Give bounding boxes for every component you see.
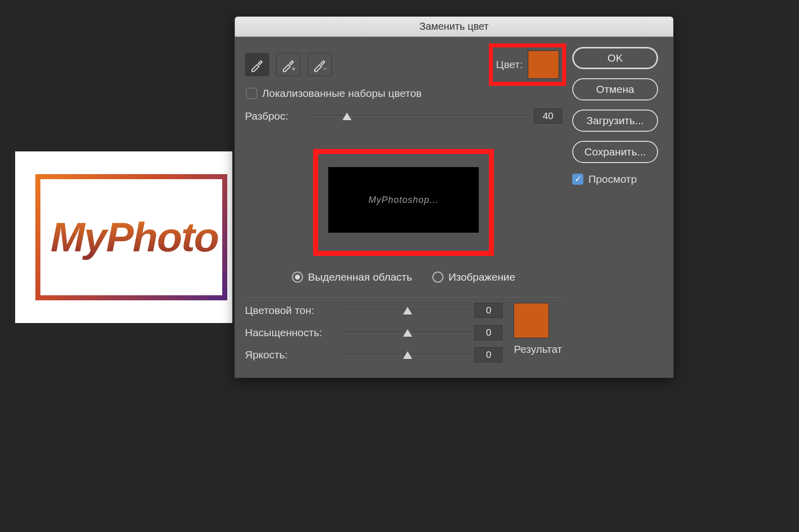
svg-text:−: − — [323, 65, 327, 73]
localized-clusters-checkbox[interactable] — [246, 88, 257, 99]
selection-preview-highlight: MyPhotoshop... — [318, 154, 489, 251]
source-color-swatch[interactable] — [528, 50, 559, 79]
lightness-value[interactable]: 0 — [474, 347, 503, 362]
saturation-label: Насыщенность: — [245, 327, 341, 339]
replace-color-dialog: Заменить цвет + — [234, 16, 674, 378]
saturation-value[interactable]: 0 — [474, 325, 503, 340]
eyedropper-add-icon: + — [281, 57, 296, 72]
fuzziness-value[interactable]: 40 — [534, 109, 562, 124]
logo-text: MyPhoto — [51, 214, 218, 261]
selection-preview[interactable]: MyPhotoshop... — [328, 167, 479, 233]
svg-text:+: + — [291, 65, 295, 73]
radio-icon — [432, 272, 443, 283]
preview-mask-text: MyPhotoshop... — [368, 195, 438, 205]
eyedropper-icon — [249, 57, 265, 72]
view-mode-selection[interactable]: Выделенная область — [292, 271, 412, 283]
view-mode-selection-label: Выделенная область — [308, 271, 412, 283]
lightness-label: Яркость: — [245, 349, 341, 361]
load-button[interactable]: Загрузить... — [572, 110, 658, 132]
cancel-button[interactable]: Отмена — [572, 78, 658, 100]
result-label: Результат — [514, 343, 562, 355]
fuzziness-slider[interactable] — [308, 111, 527, 121]
eyedropper-tool[interactable] — [245, 53, 269, 76]
canvas-document: MyPhoto — [15, 151, 232, 323]
ok-button[interactable]: OK — [572, 47, 658, 69]
hue-slider[interactable] — [341, 305, 474, 315]
save-button[interactable]: Сохранить... — [572, 141, 658, 163]
source-color-label: Цвет: — [496, 59, 523, 71]
preview-checkbox-label: Просмотр — [588, 173, 637, 185]
saturation-slider[interactable] — [341, 328, 474, 338]
view-mode-image[interactable]: Изображение — [432, 271, 515, 283]
hue-value[interactable]: 0 — [474, 303, 503, 318]
divider — [245, 297, 562, 298]
localized-clusters-label: Локализованные наборы цветов — [262, 87, 422, 99]
eyedropper-subtract-tool[interactable]: − — [308, 53, 332, 76]
radio-icon — [292, 272, 303, 283]
eyedropper-add-tool[interactable]: + — [276, 53, 301, 76]
fuzziness-label: Разброс: — [245, 110, 301, 122]
hue-label: Цветовой тон: — [245, 304, 341, 316]
result-color-swatch[interactable] — [514, 303, 549, 338]
logo-frame: MyPhoto — [35, 174, 227, 300]
source-color-block: Цвет: — [493, 47, 562, 82]
view-mode-image-label: Изображение — [448, 271, 515, 283]
eyedropper-subtract-icon: − — [312, 57, 327, 72]
lightness-slider[interactable] — [341, 350, 474, 360]
dialog-title: Заменить цвет — [235, 17, 673, 37]
preview-checkbox[interactable]: ✓ — [572, 174, 583, 185]
